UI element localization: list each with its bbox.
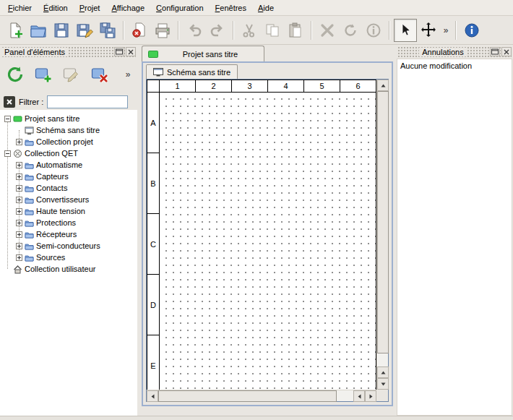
schema-icon xyxy=(25,126,34,135)
edit-element-button[interactable] xyxy=(61,64,82,85)
save-as-icon xyxy=(76,22,93,39)
dock-close-button[interactable] xyxy=(126,47,136,56)
close-document-button[interactable] xyxy=(128,19,151,42)
rotate-button[interactable] xyxy=(339,19,362,42)
menu-item-projet[interactable]: Projet xyxy=(74,1,106,14)
toolbar-separator xyxy=(178,21,179,40)
dock-close-button[interactable] xyxy=(501,47,512,56)
tree-item-automatisme[interactable]: Automatisme xyxy=(0,159,137,171)
save-icon xyxy=(53,22,70,39)
tree-item-schema-sans-titre[interactable]: Schéma sans titre xyxy=(0,124,137,136)
menu-item-affichage[interactable]: Affichage xyxy=(105,1,150,14)
expand-icon[interactable] xyxy=(16,208,22,215)
collapse-icon[interactable] xyxy=(4,116,11,122)
schema-canvas[interactable]: 1 2 3 4 5 6 A B C D E xyxy=(147,80,376,390)
cut-button[interactable] xyxy=(238,19,261,42)
new-element-button[interactable] xyxy=(33,64,53,85)
new-document-button[interactable] xyxy=(4,19,27,42)
elements-panel-title: Panel d'éléments xyxy=(1,48,68,56)
select-mode-button[interactable] xyxy=(394,19,417,42)
tree-item-collection-qet[interactable]: Collection QET xyxy=(0,147,137,159)
scroll-right-button[interactable] xyxy=(365,390,376,402)
horizontal-scrollbar[interactable] xyxy=(147,390,376,401)
redo-button[interactable] xyxy=(206,19,229,42)
menu-item-fichier[interactable]: Fichier xyxy=(2,1,38,14)
column-header-4: 4 xyxy=(268,80,304,93)
toolbar-separator xyxy=(123,21,124,40)
tree-item-semi-conducteurs[interactable]: Semi-conducteurs xyxy=(0,240,137,252)
vertical-scrollbar[interactable] xyxy=(376,80,388,390)
save-as-button[interactable] xyxy=(73,19,96,42)
mdi-subwindow: Schéma sans titre 1 2 3 4 5 6 A B C D E xyxy=(142,61,393,406)
clear-filter-button[interactable] xyxy=(4,96,15,108)
save-button[interactable] xyxy=(50,19,73,42)
panel-toolbar-overflow-button[interactable]: » xyxy=(122,64,134,85)
element-info-icon xyxy=(365,22,382,39)
vertical-scroll-thumb[interactable] xyxy=(377,91,389,353)
menu-bar: Fichier Édition Projet Affichage Configu… xyxy=(0,0,513,16)
menu-item-aide[interactable]: Aide xyxy=(252,1,280,14)
delete-button[interactable] xyxy=(316,19,339,42)
tree-item-label: Projet sans titre xyxy=(25,114,79,123)
menu-item-configuration[interactable]: Configuration xyxy=(150,1,209,14)
pan-mode-button[interactable] xyxy=(417,19,440,42)
copy-icon xyxy=(264,22,281,39)
expand-icon[interactable] xyxy=(16,162,22,168)
undo-history-list[interactable]: Aucune modification xyxy=(397,59,512,416)
tree-item-collection-utilisateur[interactable]: Collection utilisateur xyxy=(0,263,137,275)
open-project-button[interactable] xyxy=(27,19,50,42)
scroll-up-button-2[interactable] xyxy=(377,367,389,378)
about-qet-button[interactable] xyxy=(460,19,483,42)
menu-item-edition[interactable]: Édition xyxy=(38,1,74,14)
folder-icon xyxy=(25,195,34,205)
tree-item-recepteurs[interactable]: Récepteurs xyxy=(0,228,137,240)
tree-item-convertisseurs[interactable]: Convertisseurs xyxy=(0,194,137,205)
tree-item-projet-sans-titre[interactable]: Projet sans titre xyxy=(0,113,137,124)
expand-icon[interactable] xyxy=(16,173,22,180)
delete-icon xyxy=(319,22,336,39)
tree-item-contacts[interactable]: Contacts xyxy=(0,182,137,194)
print-button[interactable] xyxy=(151,19,174,42)
row-header-a: A xyxy=(147,93,160,153)
row-headers: A B C D E xyxy=(147,93,160,390)
expand-icon[interactable] xyxy=(16,254,22,261)
toolbar-overflow-button[interactable]: » xyxy=(440,20,452,40)
tree-item-collection-projet[interactable]: Collection projet xyxy=(0,136,137,147)
save-all-button[interactable] xyxy=(96,19,119,42)
tree-item-sources[interactable]: Sources xyxy=(0,252,137,263)
reload-collections-button[interactable] xyxy=(5,64,25,85)
new-document-icon xyxy=(7,22,24,39)
expand-icon[interactable] xyxy=(16,139,22,145)
tree-item-protections[interactable]: Protections xyxy=(0,217,137,228)
expand-icon[interactable] xyxy=(16,220,22,226)
collapse-icon[interactable] xyxy=(4,150,11,157)
diagram-grid-area[interactable] xyxy=(160,93,376,390)
undo-button[interactable] xyxy=(183,19,206,42)
expand-icon[interactable] xyxy=(16,231,22,238)
tree-item-label: Collection QET xyxy=(25,149,78,158)
expand-icon[interactable] xyxy=(16,243,22,249)
tree-item-label: Convertisseurs xyxy=(36,195,89,204)
element-info-button[interactable] xyxy=(362,19,385,42)
redo-icon xyxy=(209,22,226,39)
filter-input[interactable] xyxy=(47,95,128,108)
tree-item-capteurs[interactable]: Capteurs xyxy=(0,171,137,182)
scroll-left-button-2[interactable] xyxy=(353,390,365,402)
dock-float-button[interactable] xyxy=(490,47,500,56)
elements-panel-toolbar: » xyxy=(0,59,137,90)
copy-button[interactable] xyxy=(261,19,284,42)
toolbar-separator xyxy=(233,21,234,40)
scroll-down-button[interactable] xyxy=(377,378,389,390)
tree-item-haute-tension[interactable]: Haute tension xyxy=(0,205,137,217)
expand-icon[interactable] xyxy=(16,197,22,203)
scroll-up-button[interactable] xyxy=(377,80,389,91)
horizontal-scroll-thumb[interactable] xyxy=(158,390,337,402)
delete-element-button[interactable] xyxy=(90,64,110,85)
tab-projet-sans-titre[interactable]: Projet sans titre xyxy=(142,46,264,61)
expand-icon[interactable] xyxy=(16,185,22,192)
scroll-left-button[interactable] xyxy=(147,390,158,402)
paste-button[interactable] xyxy=(284,19,307,42)
dock-float-button[interactable] xyxy=(114,47,124,56)
menu-item-fenetres[interactable]: Fenêtres xyxy=(210,1,252,14)
tab-schema-sans-titre[interactable]: Schéma sans titre xyxy=(146,64,238,79)
